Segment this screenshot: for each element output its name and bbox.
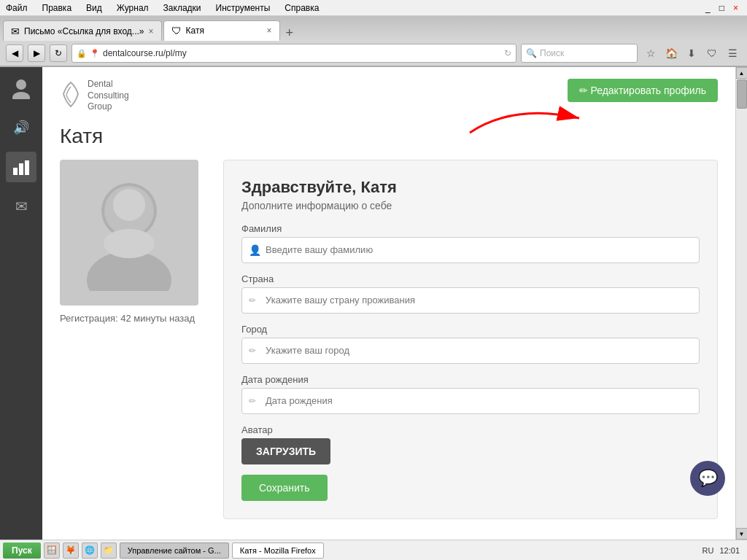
form-greeting: Здравствуйте, Катя <box>241 178 700 197</box>
save-button[interactable]: Сохранить <box>241 475 328 501</box>
window-close[interactable]: × <box>730 3 741 13</box>
form-panel: Здравствуйте, Катя Дополните информацию … <box>223 160 718 519</box>
field-city: Город ✏ <box>241 324 700 364</box>
url-text: dentalcourse.ru/pl/my <box>103 48 501 58</box>
menu-bar: Файл Правка Вид Журнал Закладки Инструме… <box>0 0 747 16</box>
input-lastname-wrapper: 👤 <box>241 237 700 263</box>
sidebar-mail[interactable]: ✉ <box>6 191 36 222</box>
menu-view[interactable]: Вид <box>83 1 105 15</box>
download-icon[interactable]: ⬇ <box>683 44 700 62</box>
svg-point-9 <box>104 229 155 258</box>
svg-rect-4 <box>25 160 29 175</box>
input-lastname[interactable] <box>241 237 700 263</box>
taskbar-lang: RU <box>703 546 714 555</box>
sidebar-avatar[interactable] <box>6 73 36 104</box>
taskbar-item-katya[interactable]: Катя - Mozilla Firefox <box>232 542 324 559</box>
svg-point-0 <box>16 79 26 90</box>
window-maximize[interactable]: □ <box>716 3 727 13</box>
input-birthdate-wrapper: ✏ <box>241 388 700 414</box>
sidebar-volume[interactable]: 🔊 <box>6 112 36 143</box>
toolbar-icons: ☆ 🏠 ⬇ 🛡 ☰ <box>642 44 741 62</box>
browser-content: Dental Consulting Group ✏ Редактировать … <box>42 67 747 540</box>
tab-katya[interactable]: 🛡 Катя × <box>163 20 280 41</box>
site-header: Dental Consulting Group ✏ Редактировать … <box>42 67 735 119</box>
label-birthdate: Дата рождения <box>241 374 700 385</box>
refresh-button[interactable]: ↻ <box>50 44 67 62</box>
scroll-thumb[interactable] <box>737 79 747 109</box>
search-bar[interactable]: 🔍 Поиск <box>521 44 638 63</box>
edit-country-icon: ✏ <box>249 295 256 306</box>
label-lastname: Фамилия <box>241 223 700 234</box>
os-window: Файл Правка Вид Журнал Закладки Инструме… <box>0 0 747 560</box>
input-birthdate[interactable] <box>241 388 700 414</box>
form-subtitle: Дополните информацию о себе <box>241 200 700 211</box>
field-avatar: Аватар ЗАГРУЗИТЬ <box>241 424 700 464</box>
lock-icon: 🔒 <box>77 49 87 58</box>
taskbar-icon-1[interactable]: 🪟 <box>44 542 60 559</box>
logo: Dental Consulting Group <box>60 79 129 113</box>
taskbar-clock: RU 12:01 <box>698 546 744 555</box>
taskbar-icon-3[interactable]: 🌐 <box>82 542 98 559</box>
scroll-up-button[interactable]: ▲ <box>736 67 748 79</box>
address-bar: ◀ ▶ ↻ 🔒 📍 dentalcourse.ru/pl/my ↻ 🔍 Поис… <box>0 41 747 66</box>
svg-point-8 <box>113 189 145 221</box>
tab-katya-label: Катя <box>186 26 204 36</box>
browser-chrome: ✉ Письмо «Ссылка для вход...» × 🛡 Катя ×… <box>0 16 747 67</box>
page-content: Dental Consulting Group ✏ Редактировать … <box>42 67 735 540</box>
input-country[interactable] <box>241 287 700 314</box>
taskbar-time: 12:01 <box>719 546 740 555</box>
page-title: Катя <box>42 119 735 160</box>
label-country: Страна <box>241 273 700 284</box>
input-country-wrapper: ✏ <box>241 287 700 314</box>
location-icon: 📍 <box>90 49 100 58</box>
profile-left: Регистрация: 42 минуты назад <box>60 160 206 519</box>
main-layout: 🔊 ✉ <box>0 67 747 540</box>
user-icon: 👤 <box>249 244 261 256</box>
menu-help[interactable]: Справка <box>282 1 322 15</box>
taskbar: Пуск 🪟 🦊 🌐 📁 Управление сайтом - G... Ка… <box>0 540 747 560</box>
chat-bubble-button[interactable]: 💬 <box>690 461 725 496</box>
sidebar-charts[interactable] <box>6 152 36 182</box>
chat-icon: 💬 <box>698 469 718 488</box>
edit-birthdate-icon: ✏ <box>249 396 256 406</box>
scroll-down-button[interactable]: ▼ <box>736 528 748 540</box>
home-icon[interactable]: 🏠 <box>662 44 680 62</box>
field-country: Страна ✏ <box>241 273 700 314</box>
back-button[interactable]: ◀ <box>6 44 23 62</box>
svg-rect-3 <box>19 163 23 175</box>
input-city-wrapper: ✏ <box>241 338 700 364</box>
scrollbar[interactable]: ▲ ▼ <box>735 67 747 540</box>
edit-profile-button[interactable]: ✏ Редактировать профиль <box>568 79 718 102</box>
scroll-track[interactable] <box>736 79 748 528</box>
avatar-placeholder <box>60 160 198 306</box>
menu-history[interactable]: Журнал <box>114 1 152 15</box>
label-avatar: Аватар <box>241 424 700 435</box>
profile-layout: Регистрация: 42 минуты назад Здравствуйт… <box>42 160 735 519</box>
tab-katya-close[interactable]: × <box>267 26 272 36</box>
input-city[interactable] <box>241 338 700 364</box>
taskbar-icon-2[interactable]: 🦊 <box>63 542 79 559</box>
shield-icon[interactable]: 🛡 <box>703 44 721 62</box>
menu-edit[interactable]: Правка <box>39 1 75 15</box>
start-button[interactable]: Пуск <box>3 542 41 559</box>
logo-text: Dental Consulting Group <box>88 79 129 113</box>
taskbar-item-admin[interactable]: Управление сайтом - G... <box>120 542 229 559</box>
label-city: Город <box>241 324 700 335</box>
tab-bar: ✉ Письмо «Ссылка для вход...» × 🛡 Катя ×… <box>0 16 747 41</box>
bookmark-star-icon[interactable]: ☆ <box>642 44 659 62</box>
tab-email[interactable]: ✉ Письмо «Ссылка для вход...» × <box>3 20 162 41</box>
menu-tools[interactable]: Инструменты <box>213 1 274 15</box>
email-tab-icon: ✉ <box>11 26 20 37</box>
forward-button[interactable]: ▶ <box>28 44 45 62</box>
svg-point-1 <box>12 92 30 99</box>
reload-icon[interactable]: ↻ <box>504 48 511 58</box>
url-bar[interactable]: 🔒 📍 dentalcourse.ru/pl/my ↻ <box>71 44 516 63</box>
tab-email-close[interactable]: × <box>149 26 154 36</box>
new-tab-button[interactable]: + <box>282 26 298 41</box>
menu-icon[interactable]: ☰ <box>724 44 741 62</box>
menu-file[interactable]: Файл <box>3 1 31 15</box>
window-minimize[interactable]: _ <box>703 3 713 13</box>
taskbar-icon-4[interactable]: 📁 <box>101 542 117 559</box>
menu-bookmarks[interactable]: Закладки <box>160 1 204 15</box>
upload-button[interactable]: ЗАГРУЗИТЬ <box>241 438 330 464</box>
